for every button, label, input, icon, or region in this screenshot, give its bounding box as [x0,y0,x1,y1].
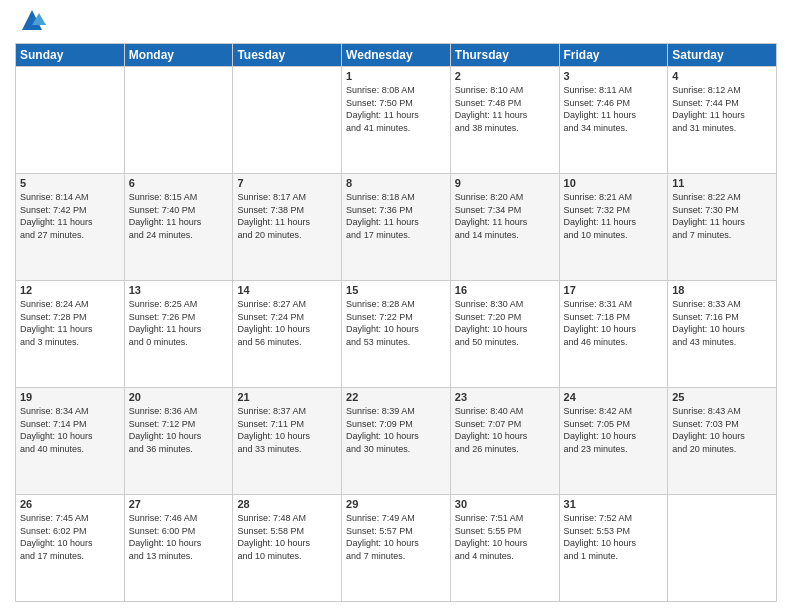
col-wednesday: Wednesday [342,44,451,67]
day-info: Sunrise: 8:24 AM Sunset: 7:28 PM Dayligh… [20,298,120,348]
day-info: Sunrise: 8:28 AM Sunset: 7:22 PM Dayligh… [346,298,446,348]
day-number: 22 [346,391,446,403]
table-row: 15Sunrise: 8:28 AM Sunset: 7:22 PM Dayli… [342,281,451,388]
day-info: Sunrise: 8:21 AM Sunset: 7:32 PM Dayligh… [564,191,664,241]
day-info: Sunrise: 8:39 AM Sunset: 7:09 PM Dayligh… [346,405,446,455]
day-info: Sunrise: 8:27 AM Sunset: 7:24 PM Dayligh… [237,298,337,348]
day-info: Sunrise: 8:15 AM Sunset: 7:40 PM Dayligh… [129,191,229,241]
calendar-week-row: 1Sunrise: 8:08 AM Sunset: 7:50 PM Daylig… [16,67,777,174]
day-number: 31 [564,498,664,510]
col-thursday: Thursday [450,44,559,67]
day-number: 8 [346,177,446,189]
table-row [124,67,233,174]
logo-icon [17,5,47,35]
day-number: 25 [672,391,772,403]
day-info: Sunrise: 8:11 AM Sunset: 7:46 PM Dayligh… [564,84,664,134]
day-info: Sunrise: 8:18 AM Sunset: 7:36 PM Dayligh… [346,191,446,241]
day-info: Sunrise: 8:25 AM Sunset: 7:26 PM Dayligh… [129,298,229,348]
day-info: Sunrise: 7:52 AM Sunset: 5:53 PM Dayligh… [564,512,664,562]
day-info: Sunrise: 8:17 AM Sunset: 7:38 PM Dayligh… [237,191,337,241]
day-info: Sunrise: 8:42 AM Sunset: 7:05 PM Dayligh… [564,405,664,455]
day-info: Sunrise: 8:14 AM Sunset: 7:42 PM Dayligh… [20,191,120,241]
day-info: Sunrise: 8:30 AM Sunset: 7:20 PM Dayligh… [455,298,555,348]
table-row: 19Sunrise: 8:34 AM Sunset: 7:14 PM Dayli… [16,388,125,495]
table-row: 11Sunrise: 8:22 AM Sunset: 7:30 PM Dayli… [668,174,777,281]
table-row: 4Sunrise: 8:12 AM Sunset: 7:44 PM Daylig… [668,67,777,174]
table-row: 23Sunrise: 8:40 AM Sunset: 7:07 PM Dayli… [450,388,559,495]
table-row: 20Sunrise: 8:36 AM Sunset: 7:12 PM Dayli… [124,388,233,495]
header [15,10,777,35]
day-number: 19 [20,391,120,403]
table-row [233,67,342,174]
day-number: 21 [237,391,337,403]
table-row: 3Sunrise: 8:11 AM Sunset: 7:46 PM Daylig… [559,67,668,174]
day-info: Sunrise: 8:37 AM Sunset: 7:11 PM Dayligh… [237,405,337,455]
day-number: 29 [346,498,446,510]
table-row: 16Sunrise: 8:30 AM Sunset: 7:20 PM Dayli… [450,281,559,388]
table-row: 21Sunrise: 8:37 AM Sunset: 7:11 PM Dayli… [233,388,342,495]
day-info: Sunrise: 7:49 AM Sunset: 5:57 PM Dayligh… [346,512,446,562]
table-row: 28Sunrise: 7:48 AM Sunset: 5:58 PM Dayli… [233,495,342,602]
day-info: Sunrise: 8:10 AM Sunset: 7:48 PM Dayligh… [455,84,555,134]
day-number: 5 [20,177,120,189]
table-row: 17Sunrise: 8:31 AM Sunset: 7:18 PM Dayli… [559,281,668,388]
day-number: 20 [129,391,229,403]
day-number: 10 [564,177,664,189]
table-row: 30Sunrise: 7:51 AM Sunset: 5:55 PM Dayli… [450,495,559,602]
table-row: 7Sunrise: 8:17 AM Sunset: 7:38 PM Daylig… [233,174,342,281]
day-number: 2 [455,70,555,82]
calendar-week-row: 5Sunrise: 8:14 AM Sunset: 7:42 PM Daylig… [16,174,777,281]
table-row: 22Sunrise: 8:39 AM Sunset: 7:09 PM Dayli… [342,388,451,495]
day-info: Sunrise: 8:20 AM Sunset: 7:34 PM Dayligh… [455,191,555,241]
day-number: 23 [455,391,555,403]
day-info: Sunrise: 7:48 AM Sunset: 5:58 PM Dayligh… [237,512,337,562]
day-number: 30 [455,498,555,510]
table-row: 29Sunrise: 7:49 AM Sunset: 5:57 PM Dayli… [342,495,451,602]
col-sunday: Sunday [16,44,125,67]
calendar-header-row: Sunday Monday Tuesday Wednesday Thursday… [16,44,777,67]
day-info: Sunrise: 7:45 AM Sunset: 6:02 PM Dayligh… [20,512,120,562]
table-row: 26Sunrise: 7:45 AM Sunset: 6:02 PM Dayli… [16,495,125,602]
day-number: 18 [672,284,772,296]
day-info: Sunrise: 8:43 AM Sunset: 7:03 PM Dayligh… [672,405,772,455]
table-row: 27Sunrise: 7:46 AM Sunset: 6:00 PM Dayli… [124,495,233,602]
day-number: 12 [20,284,120,296]
col-friday: Friday [559,44,668,67]
page: Sunday Monday Tuesday Wednesday Thursday… [0,0,792,612]
day-number: 11 [672,177,772,189]
day-info: Sunrise: 8:22 AM Sunset: 7:30 PM Dayligh… [672,191,772,241]
day-number: 14 [237,284,337,296]
table-row: 8Sunrise: 8:18 AM Sunset: 7:36 PM Daylig… [342,174,451,281]
table-row: 25Sunrise: 8:43 AM Sunset: 7:03 PM Dayli… [668,388,777,495]
day-number: 15 [346,284,446,296]
col-saturday: Saturday [668,44,777,67]
day-info: Sunrise: 8:31 AM Sunset: 7:18 PM Dayligh… [564,298,664,348]
table-row: 10Sunrise: 8:21 AM Sunset: 7:32 PM Dayli… [559,174,668,281]
table-row [16,67,125,174]
logo [15,10,47,35]
day-info: Sunrise: 7:51 AM Sunset: 5:55 PM Dayligh… [455,512,555,562]
day-number: 7 [237,177,337,189]
table-row: 5Sunrise: 8:14 AM Sunset: 7:42 PM Daylig… [16,174,125,281]
table-row: 12Sunrise: 8:24 AM Sunset: 7:28 PM Dayli… [16,281,125,388]
table-row: 13Sunrise: 8:25 AM Sunset: 7:26 PM Dayli… [124,281,233,388]
table-row: 9Sunrise: 8:20 AM Sunset: 7:34 PM Daylig… [450,174,559,281]
col-tuesday: Tuesday [233,44,342,67]
day-info: Sunrise: 8:34 AM Sunset: 7:14 PM Dayligh… [20,405,120,455]
day-number: 13 [129,284,229,296]
day-number: 3 [564,70,664,82]
table-row: 2Sunrise: 8:10 AM Sunset: 7:48 PM Daylig… [450,67,559,174]
day-info: Sunrise: 8:08 AM Sunset: 7:50 PM Dayligh… [346,84,446,134]
day-info: Sunrise: 7:46 AM Sunset: 6:00 PM Dayligh… [129,512,229,562]
calendar-week-row: 19Sunrise: 8:34 AM Sunset: 7:14 PM Dayli… [16,388,777,495]
day-number: 24 [564,391,664,403]
day-info: Sunrise: 8:12 AM Sunset: 7:44 PM Dayligh… [672,84,772,134]
table-row [668,495,777,602]
day-number: 16 [455,284,555,296]
day-number: 27 [129,498,229,510]
table-row: 18Sunrise: 8:33 AM Sunset: 7:16 PM Dayli… [668,281,777,388]
col-monday: Monday [124,44,233,67]
day-info: Sunrise: 8:33 AM Sunset: 7:16 PM Dayligh… [672,298,772,348]
day-number: 17 [564,284,664,296]
day-number: 28 [237,498,337,510]
